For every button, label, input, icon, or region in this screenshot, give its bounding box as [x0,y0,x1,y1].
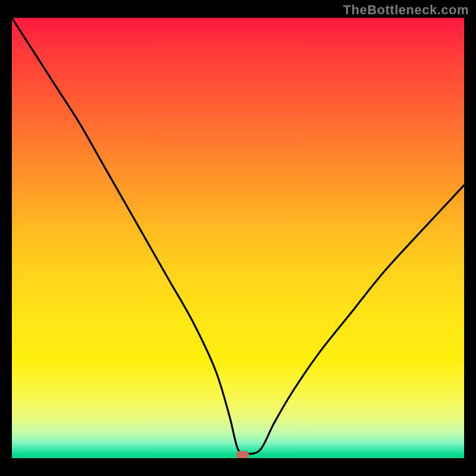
plot-area [12,18,464,458]
bottleneck-curve [12,18,464,454]
chart-frame: TheBottleneck.com [0,0,476,476]
attribution-text: TheBottleneck.com [343,2,469,18]
curve-layer [12,18,464,458]
optimum-marker [237,451,249,458]
